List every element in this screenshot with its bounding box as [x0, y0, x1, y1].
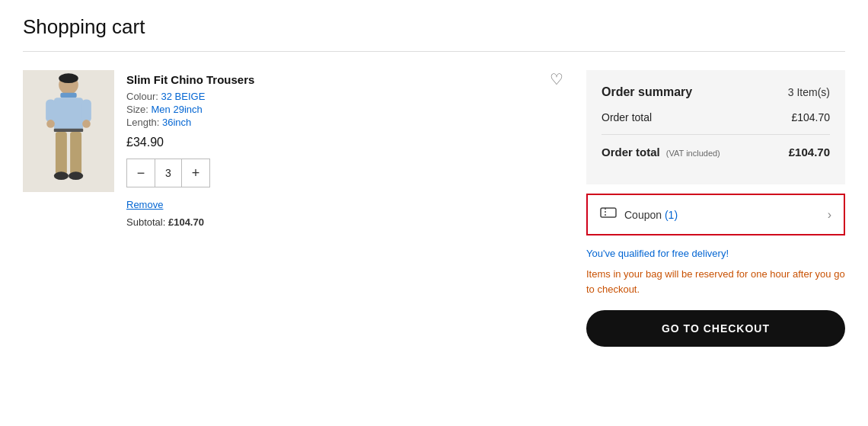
quantity-decrease-button[interactable]: −	[127, 159, 155, 187]
summary-box: Order summary 3 Item(s) Order total £104…	[586, 70, 845, 184]
quantity-value: 3	[155, 159, 182, 187]
coupon-box[interactable]: Coupon (1) ›	[586, 194, 845, 235]
length-value[interactable]: 36inch	[162, 117, 191, 128]
coupon-left: Coupon (1)	[600, 206, 678, 223]
svg-point-1	[59, 73, 78, 83]
svg-rect-6	[54, 129, 83, 132]
coupon-label: Coupon (1)	[624, 209, 678, 221]
product-image	[23, 70, 114, 192]
quantity-increase-button[interactable]: +	[182, 159, 209, 187]
order-total-vat-row: Order total (VAT included) £104.70	[602, 134, 830, 159]
order-summary-panel: Order summary 3 Item(s) Order total £104…	[586, 70, 845, 347]
subtotal: Subtotal: £104.70	[126, 216, 563, 228]
order-total-vat-value: £104.70	[789, 146, 830, 159]
summary-header: Order summary 3 Item(s)	[602, 85, 830, 99]
summary-title: Order summary	[602, 85, 692, 99]
order-total-label: Order total	[602, 111, 652, 123]
summary-items-count: 3 Item(s)	[788, 86, 830, 98]
wishlist-icon[interactable]: ♡	[550, 70, 563, 88]
product-details: Slim Fit Chino Trousers Colour: 32 BEIGE…	[126, 70, 563, 228]
cart-item: Slim Fit Chino Trousers Colour: 32 BEIGE…	[23, 70, 563, 228]
plus-icon: +	[192, 165, 200, 181]
product-image-svg	[23, 70, 114, 192]
product-name: Slim Fit Chino Trousers	[126, 73, 563, 86]
svg-point-10	[69, 171, 83, 180]
svg-point-12	[82, 120, 91, 128]
reservation-message: Items in your bag will be reserved for o…	[586, 267, 845, 296]
remove-link[interactable]: Remove	[126, 199, 163, 210]
length-label: Length:	[126, 117, 159, 128]
free-delivery-message: You've qualified for free delivery!	[586, 248, 845, 259]
coupon-count: (1)	[665, 209, 678, 221]
size-label: Size:	[126, 104, 148, 115]
svg-rect-8	[70, 132, 81, 174]
svg-rect-3	[54, 98, 83, 130]
product-length: Length: 36inch	[126, 117, 563, 128]
page-title: Shopping cart	[23, 15, 845, 39]
order-total-value: £104.70	[791, 111, 830, 123]
size-value[interactable]: Men 29inch	[152, 104, 203, 115]
subtotal-value: £104.70	[168, 216, 204, 228]
subtotal-label: Subtotal:	[126, 216, 165, 228]
product-price: £34.90	[126, 136, 563, 149]
product-size: Size: Men 29inch	[126, 104, 563, 115]
cart-items: Slim Fit Chino Trousers Colour: 32 BEIGE…	[23, 70, 563, 228]
minus-icon: −	[137, 165, 145, 181]
page-wrapper: Shopping cart	[0, 0, 868, 362]
coupon-chevron-icon: ›	[828, 208, 831, 222]
colour-label: Colour:	[126, 91, 158, 102]
coupon-svg-icon	[600, 206, 617, 219]
checkout-button[interactable]: GO TO CHECKOUT	[586, 310, 845, 347]
quantity-control: − 3 +	[126, 159, 210, 187]
svg-point-9	[54, 171, 69, 180]
order-total-vat-label: Order total (VAT included)	[602, 146, 720, 159]
vat-note: (VAT included)	[666, 149, 720, 158]
coupon-icon	[600, 206, 617, 223]
svg-rect-13	[601, 208, 616, 217]
svg-point-11	[46, 120, 55, 128]
main-content: Slim Fit Chino Trousers Colour: 32 BEIGE…	[23, 70, 845, 347]
svg-rect-4	[46, 99, 56, 122]
product-colour: Colour: 32 BEIGE	[126, 91, 563, 102]
colour-value[interactable]: 32 BEIGE	[161, 91, 206, 102]
order-total-row: Order total £104.70	[602, 111, 830, 123]
svg-rect-2	[60, 93, 76, 98]
svg-rect-7	[56, 132, 67, 174]
svg-rect-5	[81, 99, 91, 122]
divider	[23, 51, 845, 52]
